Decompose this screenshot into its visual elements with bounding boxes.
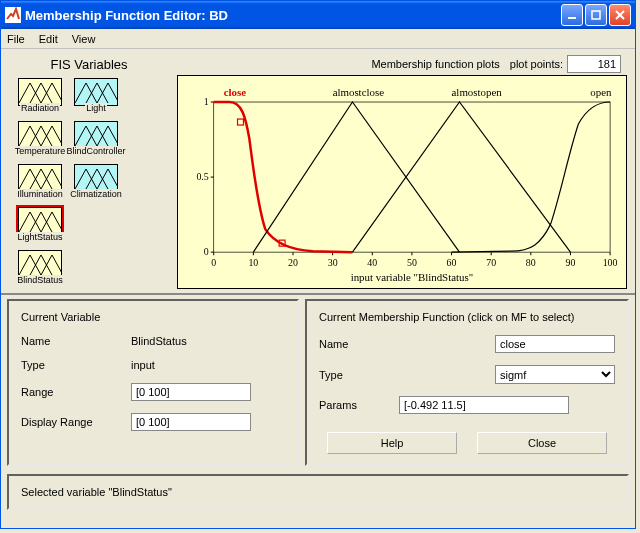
curmf-title: Current Membership Function (click on MF…: [319, 311, 615, 323]
svg-text:0: 0: [204, 246, 209, 257]
fis-variables-panel: FIS Variables Radiation: [9, 53, 169, 289]
svg-text:1: 1: [204, 96, 209, 107]
svg-text:0: 0: [211, 257, 216, 268]
current-variable-panel: Current Variable Name BlindStatus Type i…: [7, 299, 299, 466]
fis-var-climatization[interactable]: Climatization: [71, 164, 121, 203]
curvar-disp-label: Display Range: [21, 416, 131, 428]
mf-thumb-icon: [74, 78, 118, 106]
svg-rect-1: [568, 17, 576, 19]
fis-var-illumination[interactable]: Illumination: [15, 164, 65, 203]
close-icon: [615, 10, 625, 20]
svg-text:30: 30: [328, 257, 338, 268]
plot-panel: Membership function plots plot points: 0: [177, 53, 627, 289]
svg-text:open: open: [590, 86, 612, 98]
curmf-params-label: Params: [319, 399, 399, 411]
svg-text:almostopen: almostopen: [452, 86, 503, 98]
curvar-range-label: Range: [21, 386, 131, 398]
fis-var-blindstatus[interactable]: BlindStatus: [15, 250, 65, 289]
svg-text:80: 80: [526, 257, 536, 268]
curmf-type-label: Type: [319, 369, 399, 381]
svg-text:20: 20: [288, 257, 298, 268]
curmf-name-input[interactable]: [495, 335, 615, 353]
menubar: File Edit View: [1, 29, 635, 49]
mid-panels: Current Variable Name BlindStatus Type i…: [1, 295, 635, 470]
fis-var-radiation[interactable]: Radiation: [15, 78, 65, 117]
plot-axes[interactable]: 0 0.5 1 0 10 20 30 40: [177, 75, 627, 289]
curvar-range-input[interactable]: [131, 383, 251, 401]
maximize-button[interactable]: [585, 4, 607, 26]
mf-thumb-icon: [18, 121, 62, 149]
titlebar[interactable]: Membership Function Editor: BD: [1, 1, 635, 29]
fis-var-blindcontroller[interactable]: BlindController: [71, 121, 121, 160]
curmf-params-input[interactable]: [399, 396, 569, 414]
svg-text:40: 40: [367, 257, 377, 268]
curmf-type-select[interactable]: sigmf: [495, 365, 615, 384]
window-title: Membership Function Editor: BD: [25, 8, 561, 23]
mf-thumb-icon: [18, 250, 62, 278]
menu-file[interactable]: File: [5, 33, 27, 45]
svg-text:0.5: 0.5: [196, 171, 208, 182]
mf-thumb-icon: [18, 78, 62, 106]
mf-thumb-icon: [18, 164, 62, 192]
top-area: FIS Variables Radiation: [1, 49, 635, 295]
plot-points-input[interactable]: [567, 55, 621, 73]
curvar-type-value: input: [131, 359, 155, 371]
fis-var-lightstatus[interactable]: LightStatus: [15, 207, 65, 246]
svg-text:60: 60: [447, 257, 457, 268]
mf-plot-svg: 0 0.5 1 0 10 20 30 40: [184, 84, 620, 284]
menu-view[interactable]: View: [70, 33, 98, 45]
fis-var-temperature[interactable]: Temperature: [15, 121, 65, 160]
status-text: Selected variable "BlindStatus": [21, 486, 172, 498]
svg-text:10: 10: [248, 257, 258, 268]
svg-rect-2: [592, 11, 600, 19]
svg-text:90: 90: [566, 257, 576, 268]
plot-header: Membership function plots plot points:: [177, 53, 627, 75]
curvar-name-label: Name: [21, 335, 131, 347]
curvar-display-range-input[interactable]: [131, 413, 251, 431]
plot-points-label: plot points:: [510, 58, 567, 70]
close-button[interactable]: [609, 4, 631, 26]
curvar-type-label: Type: [21, 359, 131, 371]
svg-text:almostclose: almostclose: [333, 86, 385, 98]
svg-text:70: 70: [486, 257, 496, 268]
svg-text:close: close: [224, 86, 247, 98]
mf-thumb-icon: [74, 164, 118, 192]
svg-text:input variable "BlindStatus": input variable "BlindStatus": [351, 271, 474, 283]
minimize-button[interactable]: [561, 4, 583, 26]
window-buttons: [561, 4, 631, 26]
minimize-icon: [567, 10, 577, 20]
svg-text:100: 100: [603, 257, 618, 268]
fis-grid: Radiation Light: [9, 78, 169, 289]
current-mf-panel: Current Membership Function (click on MF…: [305, 299, 629, 466]
mf-thumb-icon: [74, 121, 118, 149]
matlab-icon: [5, 7, 21, 23]
mfp-label: Membership function plots: [183, 58, 510, 70]
close-panel-button[interactable]: Close: [477, 432, 607, 454]
svg-text:50: 50: [407, 257, 417, 268]
curvar-name-value: BlindStatus: [131, 335, 187, 347]
fis-variables-title: FIS Variables: [9, 53, 169, 78]
maximize-icon: [591, 10, 601, 20]
status-panel: Selected variable "BlindStatus": [7, 474, 629, 510]
mf-thumb-icon: [18, 207, 62, 235]
menu-edit[interactable]: Edit: [37, 33, 60, 45]
fis-var-light[interactable]: Light: [71, 78, 121, 117]
svg-rect-5: [214, 102, 610, 252]
window: Membership Function Editor: BD File Edit…: [0, 0, 636, 529]
curvar-title: Current Variable: [21, 311, 285, 323]
help-button[interactable]: Help: [327, 432, 457, 454]
curmf-name-label: Name: [319, 338, 399, 350]
